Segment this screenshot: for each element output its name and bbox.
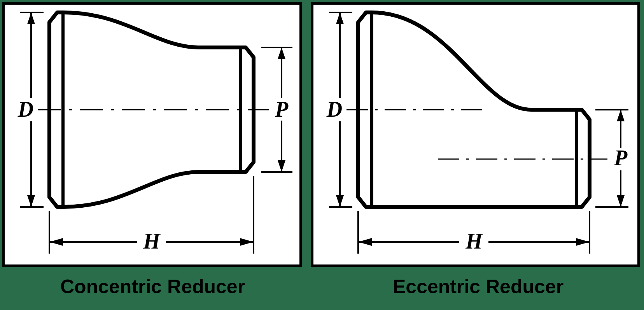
svg-marker-28 [336, 12, 344, 24]
dim-H-label: H [143, 229, 161, 253]
svg-marker-14 [278, 47, 285, 59]
dim-D-label: D [18, 97, 33, 121]
svg-marker-29 [336, 195, 344, 207]
dim-H-bottom: H [358, 211, 590, 254]
caption-eccentric: Eccentric Reducer [393, 275, 564, 298]
dim-D-label: D [326, 97, 342, 121]
dim-P-label: P [614, 146, 628, 170]
svg-marker-21 [49, 238, 63, 246]
concentric-svg: D P [5, 5, 299, 264]
dim-P-label: P [275, 97, 289, 121]
svg-marker-46 [358, 238, 372, 246]
svg-marker-5 [27, 195, 35, 207]
dim-P-right: P [595, 110, 632, 207]
svg-marker-47 [576, 238, 590, 246]
diagram-stage: D P [0, 0, 644, 310]
dim-H-label: H [465, 229, 483, 253]
svg-marker-4 [27, 12, 35, 24]
svg-marker-22 [240, 238, 254, 246]
svg-marker-40 [617, 195, 625, 207]
panel-concentric: D P [2, 2, 302, 267]
svg-marker-15 [278, 160, 285, 172]
svg-marker-39 [617, 110, 625, 121]
caption-concentric: Concentric Reducer [60, 275, 245, 298]
panel-eccentric: D [311, 2, 640, 267]
eccentric-svg: D [313, 5, 637, 264]
